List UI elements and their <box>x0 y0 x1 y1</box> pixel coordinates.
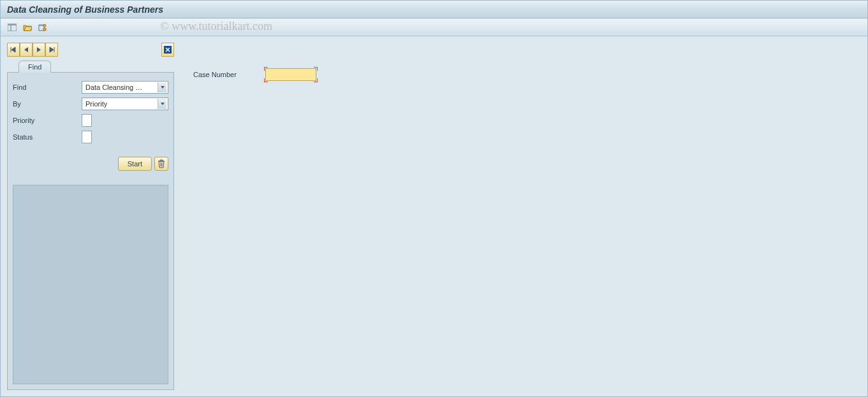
open-folder-icon[interactable] <box>21 22 34 33</box>
start-button[interactable]: Start <box>118 157 152 171</box>
required-marker-icon <box>314 67 318 71</box>
tab-find[interactable]: Find <box>18 61 51 73</box>
find-panel-body: Find Data Cleansing C… By Priority <box>7 72 174 390</box>
next-button[interactable] <box>33 43 45 57</box>
delete-button[interactable] <box>154 157 168 171</box>
case-number-field-wrapper <box>265 68 316 81</box>
previous-button[interactable] <box>20 43 33 57</box>
find-dropdown-value: Data Cleansing C… <box>85 83 143 91</box>
required-marker-icon <box>264 67 268 71</box>
status-input[interactable] <box>82 131 92 143</box>
close-locator-button[interactable] <box>161 43 174 57</box>
by-label: By <box>13 100 82 108</box>
first-button[interactable] <box>7 43 20 57</box>
by-dropdown-value: Priority <box>85 100 107 108</box>
svg-rect-1 <box>8 24 17 25</box>
personalize-icon[interactable] <box>36 22 49 33</box>
layout-icon[interactable] <box>6 22 18 33</box>
find-dropdown[interactable]: Data Cleansing C… <box>82 81 168 94</box>
svg-point-5 <box>43 24 46 27</box>
title-bar: Data Cleansing of Business Partners <box>1 1 867 18</box>
dropdown-arrow-icon <box>158 82 166 92</box>
dropdown-arrow-icon <box>158 99 166 109</box>
priority-input[interactable] <box>82 114 92 127</box>
case-number-label: Case Number <box>193 71 260 78</box>
status-label: Status <box>13 133 82 141</box>
by-dropdown[interactable]: Priority <box>82 97 168 110</box>
case-number-input[interactable] <box>265 68 316 81</box>
locator-panel: Find Find Data Cleansing C… By Priorit <box>7 43 174 390</box>
search-results-area <box>13 185 168 384</box>
page-title: Data Cleansing of Business Partners <box>7 4 163 15</box>
required-marker-icon <box>264 78 268 82</box>
main-work-area: Case Number <box>180 43 861 390</box>
last-button[interactable] <box>45 43 58 57</box>
required-marker-icon <box>314 78 318 82</box>
find-label: Find <box>13 83 82 91</box>
application-toolbar <box>1 18 867 36</box>
priority-label: Priority <box>13 117 82 124</box>
nav-button-group <box>7 43 58 57</box>
